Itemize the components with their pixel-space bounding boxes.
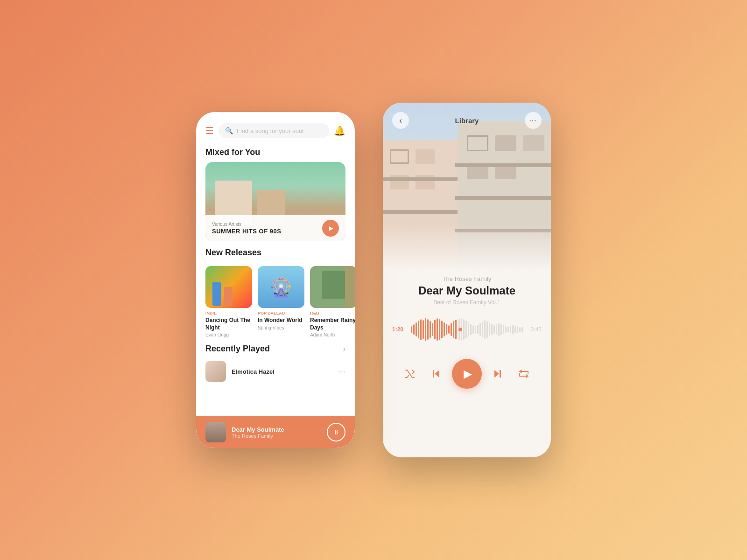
release-genre-2: POP BALLAD xyxy=(258,311,304,315)
mini-player: Dear My Soulmate The Roses Family ⏸ xyxy=(196,416,355,448)
balcony-4 xyxy=(455,196,551,200)
search-bar[interactable]: 🔍 Find a song for your soul xyxy=(218,123,329,138)
player-nav: ‹ Library ⋯ xyxy=(383,112,551,129)
wave-bar-47 xyxy=(521,327,523,332)
recent-item-1[interactable]: Elmotica Hazel ··· xyxy=(196,357,355,385)
release-genre-3: R&B xyxy=(310,311,355,315)
shuffle-icon xyxy=(405,370,415,378)
release-artist-2: Spring Vibes xyxy=(258,325,304,330)
wave-bar-25 xyxy=(470,324,472,335)
svg-marker-0 xyxy=(435,370,439,378)
prev-button[interactable] xyxy=(426,364,446,384)
release-thumb-pop xyxy=(258,266,304,308)
next-button[interactable] xyxy=(487,364,508,384)
wave-bar-28 xyxy=(477,325,479,334)
player-song-title: Dear My Soulmate xyxy=(397,284,537,297)
wave-bar-18 xyxy=(453,321,454,338)
current-time: 1:20 xyxy=(392,326,403,333)
release-card-rainy[interactable]: R&B Remember Rainy Days Adam North xyxy=(310,266,355,337)
menu-icon[interactable]: ☰ xyxy=(205,125,214,136)
wave-bar-17 xyxy=(451,323,452,336)
header: ☰ 🔍 Find a song for your soul 🔔 xyxy=(196,112,355,144)
wave-bar-8 xyxy=(430,321,431,338)
wave-bar-29 xyxy=(479,323,481,336)
player-artist-name: The Roses Family xyxy=(397,275,537,282)
featured-play-button[interactable] xyxy=(322,220,339,237)
back-button[interactable]: ‹ xyxy=(392,112,409,129)
search-placeholder: Find a song for your soul xyxy=(237,127,303,134)
new-releases-header: New Releases xyxy=(196,241,355,261)
search-icon: 🔍 xyxy=(225,127,233,134)
wave-bar-40 xyxy=(505,326,507,333)
wave-bar-37 xyxy=(498,323,500,336)
wave-bar-22 xyxy=(463,319,465,340)
release-card-wonder[interactable]: POP BALLAD In Wonder World Spring Vibes xyxy=(258,266,304,337)
release-name-2: In Wonder World xyxy=(258,317,304,324)
wave-bar-24 xyxy=(468,322,469,336)
release-thumb-indie xyxy=(205,266,252,308)
svg-rect-1 xyxy=(433,370,434,378)
wave-bar-36 xyxy=(496,324,497,335)
player-controls: ▶ xyxy=(383,350,551,403)
featured-overlay: Various Artists SUMMER HITS OF 90S xyxy=(205,215,345,241)
wave-bar-9 xyxy=(432,323,433,336)
wave-bar-16 xyxy=(448,325,450,334)
total-time: 3:45 xyxy=(531,326,542,333)
wave-bar-35 xyxy=(493,325,495,334)
recently-played-header: Recently Played › xyxy=(196,337,355,357)
see-more-icon[interactable]: › xyxy=(343,345,345,353)
release-artist-1: Evan Ongg xyxy=(205,332,252,337)
wave-bar-43 xyxy=(512,325,514,334)
wave-bar-14 xyxy=(444,322,445,336)
song-info-section: The Roses Family Dear My Soulmate Best o… xyxy=(383,271,551,313)
release-name-3: Remember Rainy Days xyxy=(310,317,355,331)
recent-options-icon[interactable]: ··· xyxy=(338,367,345,377)
wave-bar-4 xyxy=(420,319,422,340)
wave-bar-39 xyxy=(503,325,504,334)
wave-bar-10 xyxy=(434,320,436,339)
album-art-section: ‹ Library ⋯ xyxy=(383,103,551,271)
featured-label: Various Artists xyxy=(212,222,281,227)
bell-icon[interactable]: 🔔 xyxy=(334,125,345,136)
recent-thumb-1 xyxy=(205,361,226,382)
mixed-title: Mixed for You xyxy=(196,144,355,162)
wave-bar-7 xyxy=(427,319,429,340)
svg-rect-3 xyxy=(500,370,501,378)
wave-bar-13 xyxy=(441,321,443,338)
wave-bar-32 xyxy=(486,321,488,338)
release-name-1: Dancing Out The Night xyxy=(205,317,252,331)
pause-icon: ⏸ xyxy=(333,428,339,436)
wave-bar-12 xyxy=(439,319,440,340)
recent-name-1: Elmotica Hazel xyxy=(232,368,333,375)
mini-player-artist: The Roses Family xyxy=(232,433,321,439)
wave-bar-3 xyxy=(418,321,419,338)
featured-title: SUMMER HITS OF 90S xyxy=(212,228,281,235)
wave-bar-41 xyxy=(507,327,509,332)
waveform[interactable] xyxy=(411,318,523,341)
play-pause-button[interactable]: ▶ xyxy=(452,359,482,389)
wave-bar-6 xyxy=(425,318,426,341)
wave-bar-23 xyxy=(465,321,467,338)
release-card-dancing[interactable]: INDIE Dancing Out The Night Evan Ongg xyxy=(205,266,252,337)
svg-marker-2 xyxy=(494,370,499,378)
new-releases-title: New Releases xyxy=(205,248,261,258)
shuffle-button[interactable] xyxy=(400,364,420,384)
wave-bar-44 xyxy=(514,326,516,333)
play-icon: ▶ xyxy=(464,367,472,380)
wave-bar-33 xyxy=(489,322,490,336)
featured-card[interactable]: Various Artists SUMMER HITS OF 90S xyxy=(205,162,345,241)
more-icon: ⋯ xyxy=(529,116,537,125)
more-options-button[interactable]: ⋯ xyxy=(525,112,542,129)
library-title: Library xyxy=(455,117,479,125)
wave-bar-27 xyxy=(475,326,476,333)
mini-player-pause-button[interactable]: ⏸ xyxy=(327,423,345,441)
wave-bar-5 xyxy=(423,320,424,339)
wave-bar-30 xyxy=(482,322,483,337)
wave-bar-34 xyxy=(491,324,493,335)
wave-bar-1 xyxy=(413,324,415,335)
balcony-1 xyxy=(383,177,460,181)
repeat-button[interactable] xyxy=(514,364,534,384)
wave-bar-45 xyxy=(517,326,518,333)
wave-bar-26 xyxy=(472,325,474,334)
release-genre-1: INDIE xyxy=(205,311,252,315)
